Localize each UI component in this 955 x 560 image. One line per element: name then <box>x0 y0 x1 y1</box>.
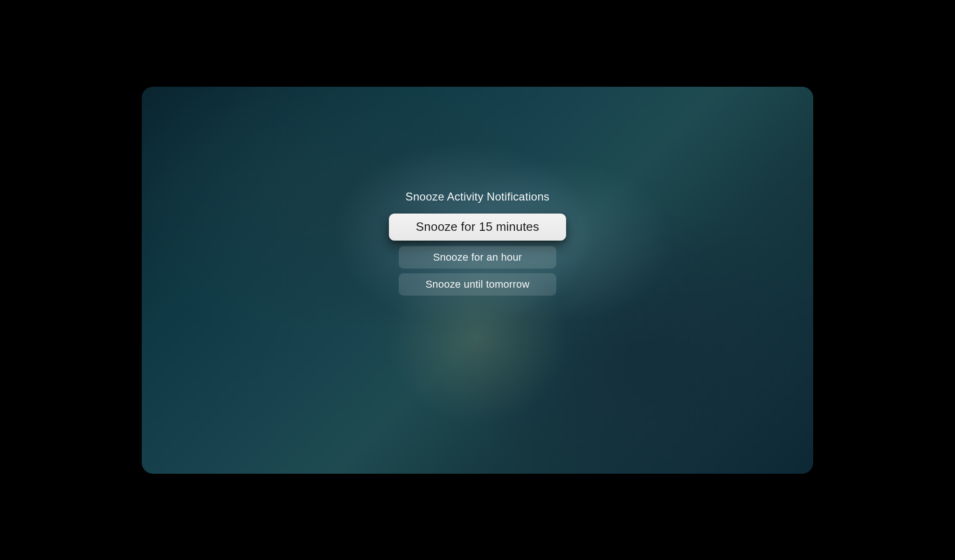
snooze-tomorrow-button[interactable]: Snooze until tomorrow <box>399 273 556 296</box>
dialog-title: Snooze Activity Notifications <box>406 190 550 203</box>
snooze-dialog: Snooze Activity Notifications Snooze for… <box>384 190 571 300</box>
screen-frame: Snooze Activity Notifications Snooze for… <box>142 87 813 474</box>
snooze-1-hour-button[interactable]: Snooze for an hour <box>399 246 556 269</box>
snooze-15-minutes-button[interactable]: Snooze for 15 minutes <box>389 214 566 241</box>
